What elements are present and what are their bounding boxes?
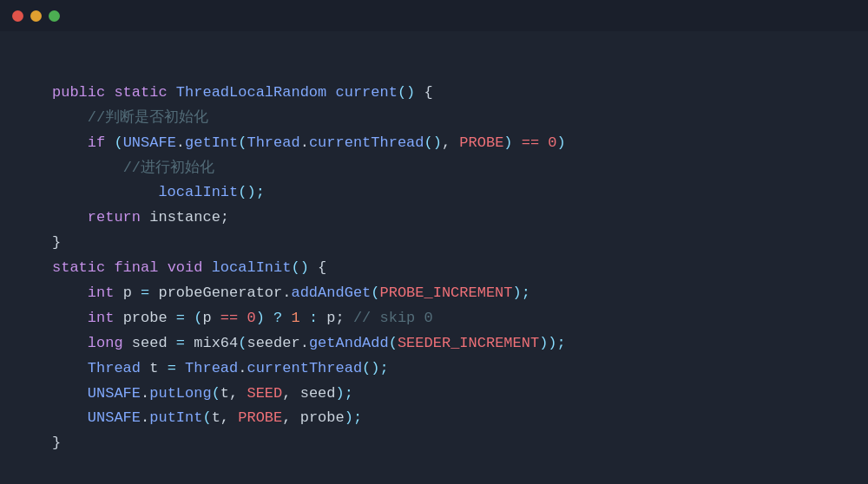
line-15: } [52,435,61,451]
line-10: int probe = (p == 0) ? 1 : p; // skip 0 [52,310,433,326]
close-button[interactable] [12,10,23,22]
line-14: UNSAFE.putInt(t, PROBE, probe); [52,409,362,426]
line-3: if (UNSAFE.getInt(Thread.currentThread()… [52,134,566,151]
line-5: localInit(); [52,184,265,200]
title-bar [0,0,868,31]
line-4: //进行初始化 [52,160,214,176]
line-8: static final void localInit() { [52,259,326,276]
line-9: int p = probeGenerator.addAndGet(PROBE_I… [52,285,530,301]
line-1: public static ThreadLocalRandom current(… [52,84,433,101]
line-13: UNSAFE.putLong(t, SEED, seed); [52,385,353,402]
minimize-button[interactable] [30,10,42,22]
line-11: long seed = mix64(seeder.getAndAdd(SEEDE… [52,335,566,351]
code-block: public static ThreadLocalRandom current(… [0,31,868,484]
maximize-button[interactable] [49,10,60,22]
line-7: } [52,234,61,251]
line-12: Thread t = Thread.currentThread(); [52,360,389,376]
window: public static ThreadLocalRandom current(… [0,0,868,484]
line-6: return instance; [52,209,229,226]
line-2: //判断是否初始化 [52,109,208,126]
